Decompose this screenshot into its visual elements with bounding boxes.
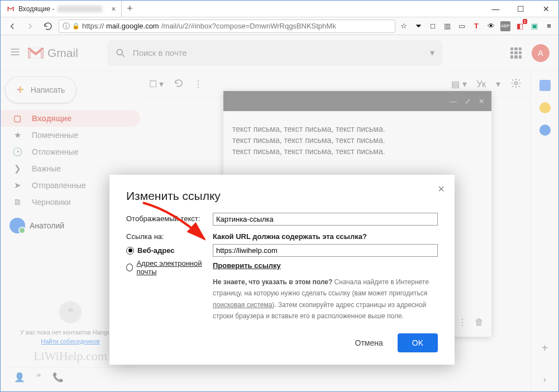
url-input[interactable]: ⓘ 🔒 https://mail.google.com/mail/u/2/#in… — [59, 20, 395, 33]
tab-title: Входящие - — [18, 5, 54, 13]
edit-link-dialog: × Изменить ссылку Отображаемый текст: Сс… — [109, 175, 455, 365]
ext-icon-t[interactable]: T — [471, 21, 481, 31]
info-icon: ⓘ — [63, 21, 70, 31]
tab-title-blurred — [58, 6, 102, 12]
back-button[interactable] — [5, 19, 20, 34]
window-minimize-button[interactable]: — — [483, 1, 508, 17]
radio-web-address[interactable]: Веб-адрес — [126, 246, 213, 255]
ext-icon-badge[interactable]: ◧1 — [515, 21, 525, 31]
gmail-favicon — [6, 4, 15, 13]
ext-icon-library[interactable]: ▥ — [442, 21, 452, 31]
ext-icon-eye[interactable]: 👁 — [486, 21, 496, 31]
window-maximize-button[interactable]: ☐ — [508, 1, 533, 17]
browser-menu-icon[interactable]: ≡ — [544, 21, 554, 31]
help-text: Не знаете, что указать в этом поле? Снач… — [213, 276, 438, 322]
ext-icon-reader[interactable]: □ — [428, 21, 438, 31]
radio-email-address[interactable]: Адрес электронной почты — [126, 259, 213, 276]
dialog-close-icon[interactable]: × — [438, 183, 445, 195]
tab-close-icon[interactable]: × — [111, 4, 116, 13]
window-close-button[interactable]: ✕ — [533, 1, 558, 17]
reload-button[interactable] — [41, 19, 55, 34]
forward-button[interactable] — [23, 19, 37, 34]
extension-icons: ☆ ⏷ □ ▥ ▭ T 👁 ABP ◧1 ▣ ≡ — [399, 21, 554, 31]
radio-selected-icon — [126, 247, 134, 255]
display-text-label: Отображаемый текст: — [126, 213, 213, 226]
ok-button[interactable]: OK — [398, 333, 438, 352]
star-icon[interactable]: ☆ — [399, 21, 409, 31]
url-question-label: Какой URL должна содержать эта ссылка? — [213, 232, 438, 241]
browser-tab[interactable]: Входящие - × — [1, 1, 122, 17]
radio-unselected-icon — [126, 264, 133, 271]
browser-titlebar: Входящие - × + — ☐ ✕ — [1, 1, 558, 17]
check-link[interactable]: Проверить ссылку — [213, 261, 281, 270]
browser-address-bar: ⓘ 🔒 https://mail.google.com/mail/u/2/#in… — [1, 17, 558, 35]
ext-icon-abp[interactable]: ABP — [500, 21, 510, 31]
display-text-input[interactable] — [213, 213, 438, 226]
url-input-field[interactable] — [213, 244, 438, 257]
new-tab-button[interactable]: + — [122, 1, 137, 17]
search-engine-link[interactable]: поисковая система — [213, 301, 272, 309]
lock-icon: 🔒 — [72, 22, 80, 30]
link-to-label: Ссылка на: — [126, 232, 213, 241]
cancel-button[interactable]: Отмена — [348, 334, 390, 352]
ext-icon-book[interactable]: ▭ — [457, 21, 467, 31]
ext-icon-1[interactable]: ⏷ — [413, 21, 423, 31]
dialog-title: Изменить ссылку — [126, 189, 438, 203]
ext-icon-cam[interactable]: ▣ — [529, 21, 539, 31]
